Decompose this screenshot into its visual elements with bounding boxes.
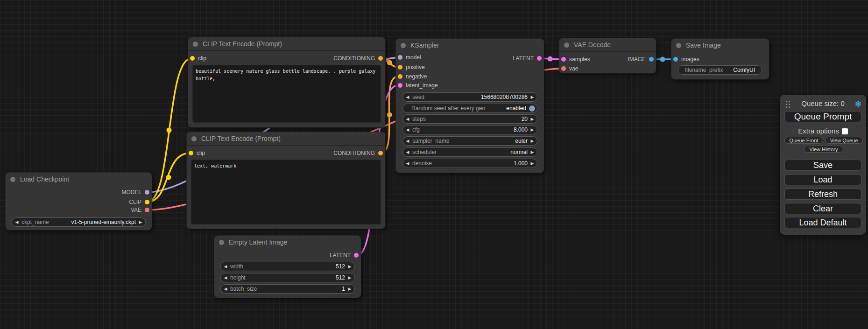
latent-image-input-dot[interactable] <box>398 83 402 88</box>
scheduler-widget[interactable]: ◀ scheduler normal ▶ <box>402 147 537 157</box>
node-title: Save Image <box>686 42 721 49</box>
node-status-dot[interactable] <box>401 43 406 48</box>
node-save-image[interactable]: Save Image images filename_prefix ComfyU… <box>671 39 769 79</box>
view-queue-button[interactable]: View Queue <box>825 137 863 144</box>
extra-options-checkbox[interactable] <box>842 128 848 134</box>
node-status-dot[interactable] <box>10 177 15 182</box>
load-button[interactable]: Load <box>784 174 861 185</box>
node-status-dot[interactable] <box>564 42 569 48</box>
width-widget[interactable]: ◀ width 512 ▶ <box>220 262 355 271</box>
increment-arrow-icon[interactable]: ▶ <box>528 114 537 124</box>
load-default-button[interactable]: Load Default <box>784 217 861 228</box>
refresh-button[interactable]: Refresh <box>784 189 861 200</box>
height-widget[interactable]: ◀ height 512 ▶ <box>220 273 355 282</box>
decrement-arrow-icon[interactable]: ◀ <box>403 136 412 146</box>
clip-input-dot[interactable] <box>190 56 195 61</box>
vae-output-dot[interactable] <box>145 208 149 212</box>
node-status-dot[interactable] <box>191 136 197 141</box>
positive-input-dot[interactable] <box>398 65 402 70</box>
input-slot-clip: clip <box>187 148 280 158</box>
wire-midpoint-cond1 <box>387 60 392 65</box>
decrement-arrow-icon[interactable]: ◀ <box>403 159 412 168</box>
node-vae-decode[interactable]: VAE Decode samples IMAGE vae <box>559 38 656 73</box>
wire-midpoint-latent2 <box>548 56 553 62</box>
node-status-dot[interactable] <box>219 240 224 245</box>
ckpt-name-widget[interactable]: ◀ ckpt_name v1-5-pruned-emaonly.ckpt ▶ <box>12 217 146 227</box>
model-input-dot[interactable] <box>398 55 402 60</box>
increment-arrow-icon[interactable]: ▶ <box>136 217 145 227</box>
clear-button[interactable]: Clear <box>784 203 861 214</box>
node-status-dot[interactable] <box>193 42 198 47</box>
increment-arrow-icon[interactable]: ▶ <box>528 125 537 134</box>
clip-output-dot[interactable] <box>145 200 149 204</box>
node-empty-latent-image[interactable]: Empty Latent Image LATENT ◀ width 512 ▶ … <box>214 236 361 298</box>
decrement-arrow-icon[interactable]: ◀ <box>221 284 230 294</box>
node-header[interactable]: Save Image <box>671 39 769 52</box>
vae-input-dot[interactable] <box>561 66 566 71</box>
prompt-textarea[interactable]: text, watermark <box>191 160 381 224</box>
latent-output-dot[interactable] <box>354 253 359 258</box>
steps-widget[interactable]: ◀ steps 20 ▶ <box>402 114 537 124</box>
queue-panel[interactable]: Queue size: 0 ✻ Queue Prompt Extra optio… <box>780 95 866 235</box>
node-header[interactable]: Load Checkpoint <box>6 173 152 186</box>
node-load-checkpoint[interactable]: Load Checkpoint MODEL CLIP VAE ◀ ckpt_na… <box>6 173 152 230</box>
sampler-name-widget[interactable]: ◀ sampler_name euler ▶ <box>402 136 537 146</box>
save-button[interactable]: Save <box>784 160 861 171</box>
seed-widget[interactable]: ◀ seed 156680208700286 ▶ <box>402 92 537 102</box>
prompt-textarea[interactable]: beautiful scenery nature glass bottle la… <box>193 65 381 122</box>
decrement-arrow-icon[interactable]: ◀ <box>221 262 230 271</box>
node-header[interactable]: VAE Decode <box>559 38 656 52</box>
toggle-enabled-dot[interactable] <box>529 105 535 112</box>
input-slot-samples: samples <box>559 55 611 64</box>
image-output-dot[interactable] <box>649 57 654 62</box>
denoise-widget[interactable]: ◀ denoise 1.000 ▶ <box>402 159 537 168</box>
decrement-arrow-icon[interactable]: ◀ <box>403 125 412 134</box>
decrement-arrow-icon[interactable]: ◀ <box>403 114 412 124</box>
node-header[interactable]: KSampler <box>396 39 544 52</box>
filename-prefix-widget[interactable]: filename_prefix ComfyUI <box>678 65 762 75</box>
view-history-button[interactable]: View History <box>804 146 843 153</box>
decrement-arrow-icon[interactable]: ◀ <box>403 147 412 157</box>
node-header[interactable]: CLIP Text Encode (Prompt) <box>187 132 385 146</box>
node-title: Load Checkpoint <box>20 175 69 183</box>
node-clip-text-encode-positive[interactable]: CLIP Text Encode (Prompt) clip CONDITION… <box>188 37 385 127</box>
conditioning-output-dot[interactable] <box>378 56 383 61</box>
gear-icon[interactable]: ✻ <box>855 99 861 109</box>
negative-input-dot[interactable] <box>398 74 402 79</box>
output-slot-latent: LATENT <box>214 251 361 260</box>
input-slot-images: images <box>671 55 746 64</box>
samples-input-dot[interactable] <box>561 57 566 62</box>
input-slot-model: model <box>396 53 480 62</box>
increment-arrow-icon[interactable]: ▶ <box>528 159 537 168</box>
decrement-arrow-icon[interactable]: ◀ <box>403 92 412 102</box>
output-slot-vae: VAE <box>6 205 152 215</box>
clip-input-dot[interactable] <box>189 151 193 155</box>
batch-size-widget[interactable]: ◀ batch_size 1 ▶ <box>220 284 355 294</box>
increment-arrow-icon[interactable]: ▶ <box>528 136 537 146</box>
drag-handle-icon[interactable] <box>786 101 787 102</box>
node-title: Empty Latent Image <box>229 238 287 246</box>
latent-output-dot[interactable] <box>537 56 542 61</box>
output-slot-image: IMAGE <box>612 55 656 64</box>
increment-arrow-icon[interactable]: ▶ <box>528 92 537 102</box>
node-title: VAE Decode <box>574 41 611 49</box>
decrement-arrow-icon[interactable]: ◀ <box>221 273 230 282</box>
node-graph-canvas[interactable]: Load Checkpoint MODEL CLIP VAE ◀ ckpt_na… <box>0 0 868 329</box>
random-seed-toggle[interactable]: Random seed after every gen enabled <box>402 104 537 113</box>
increment-arrow-icon[interactable]: ▶ <box>528 147 537 157</box>
node-header[interactable]: Empty Latent Image <box>214 236 361 249</box>
cfg-widget[interactable]: ◀ cfg 8.000 ▶ <box>402 125 537 134</box>
node-clip-text-encode-negative[interactable]: CLIP Text Encode (Prompt) clip CONDITION… <box>187 132 385 229</box>
queue-front-button[interactable]: Queue Front <box>784 137 823 144</box>
model-output-dot[interactable] <box>145 190 149 195</box>
images-input-dot[interactable] <box>673 57 678 62</box>
node-ksampler[interactable]: KSampler model LATENT positive negative … <box>396 39 544 173</box>
increment-arrow-icon[interactable]: ▶ <box>345 284 354 294</box>
conditioning-output-dot[interactable] <box>378 151 383 155</box>
increment-arrow-icon[interactable]: ▶ <box>345 262 354 271</box>
node-header[interactable]: CLIP Text Encode (Prompt) <box>188 37 385 51</box>
queue-prompt-button[interactable]: Queue Prompt <box>784 111 861 122</box>
decrement-arrow-icon[interactable]: ◀ <box>12 217 21 227</box>
increment-arrow-icon[interactable]: ▶ <box>345 273 354 282</box>
node-status-dot[interactable] <box>676 43 681 48</box>
